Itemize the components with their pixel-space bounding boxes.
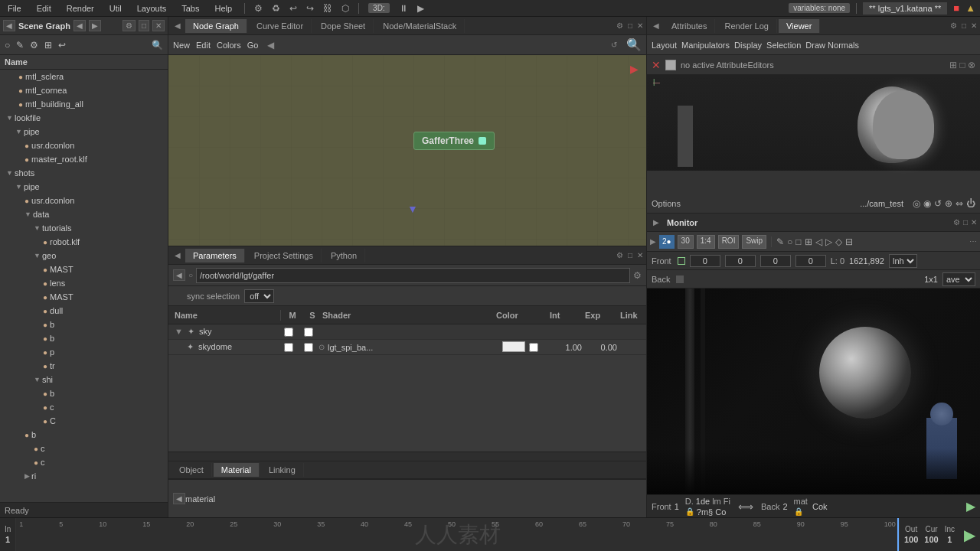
sg-nav-right[interactable]: ▶ [89,20,101,31]
attr-close-icon[interactable]: ✕ [652,59,661,71]
ng-go-btn[interactable]: Go [247,41,259,50]
skydome-s-check[interactable] [299,343,318,352]
sg-expand-btn[interactable]: □ [139,20,149,31]
pp-close-icon[interactable]: ✕ [637,251,643,259]
tree-item-b1[interactable]: ● b [0,318,168,331]
tree-item-pipe1[interactable]: ▼ pipe [0,125,168,139]
tree-item-data[interactable]: ▼ data [0,207,168,221]
gear-icon[interactable]: ⚙ [254,3,263,14]
path-input[interactable] [196,268,630,283]
tab-python[interactable]: Python [323,249,365,262]
tree-item-pipe2[interactable]: ▼ pipe [0,180,168,194]
timeline-track[interactable]: 1 5 10 15 20 25 30 35 40 45 50 55 60 65 … [16,518,899,551]
mon-arrow2-icon[interactable]: ▷ [825,236,832,247]
menu-help[interactable]: Help [211,2,235,15]
path-gear-icon[interactable]: ⚙ [633,270,642,281]
tab-dope-sheet[interactable]: Dope Sheet [313,19,374,33]
skydome-color[interactable] [496,341,550,354]
opt-power-icon[interactable]: ⏻ [966,198,975,209]
recycle-icon[interactable]: ♻ [272,3,280,14]
sg-settings-btn[interactable]: ⚙ [122,20,136,31]
toolbar-layout[interactable]: Layout [652,41,677,50]
mode-select[interactable]: lnh lin [889,254,917,268]
tree-item-c1[interactable]: ● c [0,442,168,455]
link-icon[interactable]: ⛓ [323,3,332,14]
tree-item-bc1[interactable]: ● b [0,386,168,400]
mon-more-icon[interactable]: ⋯ [969,237,977,246]
front-val-2[interactable] [760,255,791,267]
menu-layouts[interactable]: Layouts [134,2,170,15]
tree-item-usr-dconlon2[interactable]: ● usr.dconlon [0,194,168,207]
sg-gear-icon[interactable]: ⚙ [28,38,40,52]
sg-nav-left[interactable]: ◀ [74,20,86,31]
mon-pencil-icon[interactable]: ✎ [776,236,784,247]
opt-refresh-icon[interactable]: ↺ [934,198,942,209]
tab-viewer[interactable]: Viewer [779,19,820,33]
sg-pencil-icon[interactable]: ✎ [15,38,25,52]
rc-lock-icon[interactable]: 🔒 [685,507,694,516]
pp-expand-icon[interactable]: □ [625,251,635,259]
tree-item-ri[interactable]: ▶ ri [0,469,168,483]
pp-collapse-icon[interactable]: ◀ [172,251,184,259]
front-val-0[interactable] [690,255,720,267]
menu-file[interactable]: File [5,2,24,15]
rp-collapse-icon[interactable]: ◀ [650,21,662,30]
ng-expand-icon[interactable]: □ [625,21,635,30]
tab-material[interactable]: Material [214,463,260,477]
mon-swip-btn[interactable]: Swip [742,235,766,249]
ng-new-btn[interactable]: New [173,41,190,50]
mon-squircle-icon[interactable]: □ [795,236,801,247]
tree-item-lens[interactable]: ● lens [0,276,168,290]
mon-expand-icon[interactable]: ▶ [650,218,662,227]
menu-tabs[interactable]: Tabs [178,2,202,15]
pp-settings-icon[interactable]: ⚙ [616,251,623,259]
mon-diamond-icon[interactable]: ◇ [835,236,842,247]
rp-expand-icon[interactable]: □ [959,21,969,30]
ng-edit-btn[interactable]: Edit [196,41,211,50]
front-val-3[interactable] [795,255,826,267]
node-canvas[interactable]: ▶ ▼ GafferThree [168,55,646,246]
tree-item-c2[interactable]: ● c [0,455,168,469]
tree-item-lookfile[interactable]: ▼ lookfile [0,111,168,125]
tree-item-tutorials[interactable]: ▼ tutorials [0,221,168,235]
light-row-skydome[interactable]: ✦ skydome ⊙ lgt_spi_ba... [168,340,646,355]
tab-render-log[interactable]: Render Log [717,19,777,33]
ng-colors-btn[interactable]: Colors [217,41,241,50]
rp-close-icon[interactable]: ✕ [971,21,977,30]
toolbar-selection[interactable]: Selection [766,41,801,50]
lights-scroll-h[interactable] [168,452,646,461]
light-row-sky[interactable]: ▼ ✦ sky [168,324,646,340]
mon-close-icon[interactable]: ✕ [971,218,977,227]
sync-select[interactable]: off on [244,289,274,303]
sg-close-btn[interactable]: ✕ [152,20,165,31]
scene-tree[interactable]: ● mtl_sclera ● mtl_cornea ● mtl_building… [0,70,168,502]
ng-collapse-icon[interactable]: ◀ [172,21,184,30]
tree-item-shots[interactable]: ▼ shots [0,166,168,180]
undo-icon[interactable]: ↩ [289,3,297,14]
tab-attributes[interactable]: Attributes [664,19,715,33]
sky-s-check[interactable] [299,328,318,337]
close-button[interactable]: ■ [953,2,959,14]
options-label[interactable]: Options [652,199,681,208]
sg-collapse-btn[interactable]: ◀ [3,20,15,31]
opt-target-icon[interactable]: ◉ [923,198,931,209]
mon-ratio-btn[interactable]: 1:4 [697,235,715,249]
mon-layers-icon[interactable]: ⊟ [845,236,853,247]
pp-scroll-icon[interactable]: ◀ [173,269,185,281]
menu-util[interactable]: Util [106,2,125,15]
sky-m-check[interactable] [279,328,299,337]
pause-icon[interactable]: ⏸ [399,3,408,14]
tree-item-bc3[interactable]: ● C [0,414,168,428]
tree-item-mast1[interactable]: ● MAST [0,262,168,276]
color-swatch-skydome[interactable] [502,341,525,352]
back-mode-select[interactable]: ave max [942,272,975,286]
sg-search-icon[interactable]: 🔍 [150,38,165,52]
mon-mode-badge[interactable]: 2● [659,235,675,249]
mon-arrow-icon[interactable]: ◁ [815,236,822,247]
tree-item-geo[interactable]: ▼ geo [0,249,168,262]
rc-lock2-icon[interactable]: 🔒 [794,507,808,516]
menu-render[interactable]: Render [64,2,97,15]
tree-item-b3[interactable]: ● b [0,428,168,442]
mon-max-icon[interactable]: □ [960,218,971,227]
tab-linking[interactable]: Linking [261,463,304,477]
